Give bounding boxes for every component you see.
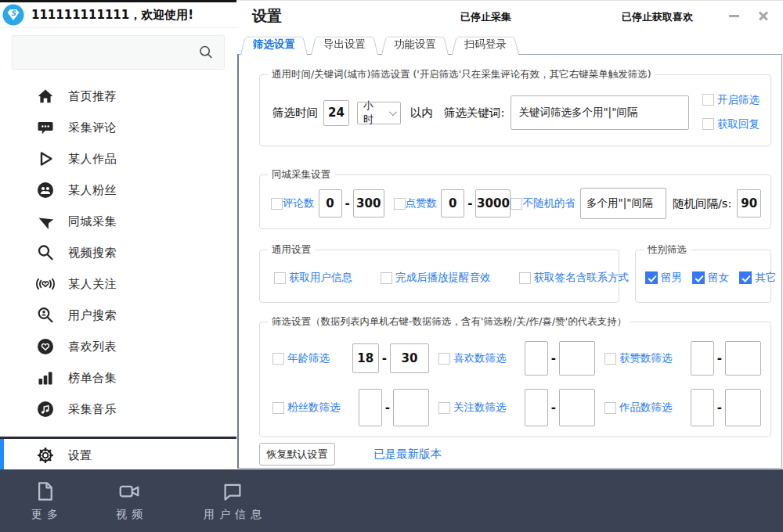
praise-filter-label: 获赞数筛选: [619, 351, 673, 365]
settings-tabbar: 筛选设置 导出设置 功能设置 扫码登录: [240, 34, 522, 55]
sidebar-item-label: 设置: [68, 448, 92, 463]
page-title: 设置: [252, 6, 282, 27]
sidebar-item-label: 某人关注: [68, 277, 117, 292]
comment-min-input[interactable]: [319, 189, 342, 217]
section-legend: 筛选设置（数据列表内单机右键-数据筛选，含有'筛选粉/关/作/喜/赞'的代表支持…: [268, 315, 630, 329]
likes-filter-checkbox[interactable]: [438, 353, 450, 365]
sidebar-item-settings[interactable]: 设置: [0, 439, 236, 472]
range-dash: -: [345, 196, 350, 210]
video-icon: [117, 480, 142, 503]
works-filter-checkbox[interactable]: [604, 402, 616, 414]
range-dash: -: [551, 401, 556, 415]
filter-keyword-input[interactable]: [511, 95, 689, 130]
sidebar-search-box[interactable]: [12, 35, 225, 70]
file-icon: [32, 480, 57, 503]
age-filter-group: 年龄筛选 -: [272, 343, 438, 373]
sidebar-item-collect-comments[interactable]: 采集评论: [0, 112, 236, 143]
bottombar-item-user-info[interactable]: 用户信息: [199, 480, 266, 522]
province-input[interactable]: [580, 188, 666, 219]
restore-defaults-button[interactable]: 恢复默认设置: [259, 443, 335, 466]
video-search-icon: [35, 243, 56, 262]
keep-male-checkbox[interactable]: [645, 271, 658, 284]
comment-count-checkbox[interactable]: [271, 198, 283, 210]
bottombar-item-label: 用户信息: [199, 508, 266, 522]
tab-filter-settings[interactable]: 筛选设置: [240, 34, 308, 55]
range-dash: -: [382, 351, 387, 365]
age-max-input[interactable]: [390, 343, 429, 373]
filter-time-input[interactable]: [323, 100, 349, 126]
follow-filter-label: 关注数筛选: [453, 401, 507, 415]
follow-min-input[interactable]: [525, 389, 548, 426]
section-gender-filter: 性别筛选 留男 留女 其它: [635, 250, 771, 303]
range-dash: -: [385, 401, 390, 415]
works-max-input[interactable]: [725, 389, 761, 426]
heart-icon: [35, 337, 56, 356]
keep-female-checkbox[interactable]: [692, 271, 705, 284]
play-icon: [35, 149, 56, 168]
chat-icon: [220, 480, 245, 503]
like-min-input[interactable]: [441, 189, 464, 217]
sidebar-item-user-fans[interactable]: 某人粉丝: [0, 174, 236, 206]
likes-max-input[interactable]: [559, 341, 595, 376]
praise-max-input[interactable]: [725, 341, 761, 376]
latest-version-link[interactable]: 已是最新版本: [373, 447, 442, 462]
sidebar-item-collect-music[interactable]: 采集音乐: [0, 394, 236, 425]
random-interval-input[interactable]: [737, 189, 761, 217]
follow-filter-checkbox[interactable]: [438, 402, 450, 414]
age-filter-label: 年龄筛选: [287, 351, 330, 365]
signature-contact-label: 获取签名含联系方式: [534, 271, 630, 285]
time-unit-select[interactable]: 小时: [357, 102, 401, 124]
search-input[interactable]: [13, 36, 224, 69]
sidebar-item-label: 某人粉丝: [68, 183, 117, 198]
play-sound-checkbox[interactable]: [381, 272, 392, 284]
sidebar-item-user-works[interactable]: 某人作品: [0, 143, 236, 174]
like-max-input[interactable]: [475, 189, 511, 217]
minimize-button[interactable]: [725, 7, 742, 24]
sidebar-item-label: 采集评论: [68, 120, 117, 135]
sidebar-item-city-collect[interactable]: 同城采集: [0, 206, 236, 237]
comment-max-input[interactable]: [353, 189, 384, 217]
sidebar-item-like-list[interactable]: 喜欢列表: [0, 331, 236, 362]
works-filter-group: 作品数筛选 -: [604, 389, 770, 426]
sidebar-item-label: 视频搜索: [68, 246, 117, 261]
sidebar-item-rank-collection[interactable]: 榜单合集: [0, 362, 236, 394]
fans-filter-label: 粉丝数筛选: [287, 401, 341, 415]
sidebar-item-label: 某人作品: [68, 152, 117, 167]
get-reply-label: 获取回复: [717, 117, 760, 131]
fixed-province-checkbox[interactable]: [511, 198, 522, 210]
tab-function-settings[interactable]: 功能设置: [381, 34, 449, 55]
fans-max-input[interactable]: [393, 389, 429, 426]
age-filter-checkbox[interactable]: [272, 353, 284, 365]
like-count-checkbox[interactable]: [394, 198, 406, 210]
age-min-input[interactable]: [352, 343, 379, 373]
fans-min-input[interactable]: [359, 389, 382, 426]
likes-min-input[interactable]: [525, 341, 548, 376]
search-icon[interactable]: [198, 45, 214, 60]
range-dash: -: [717, 351, 722, 365]
get-user-info-checkbox[interactable]: [274, 272, 286, 284]
praise-filter-group: 获赞数筛选 -: [604, 341, 770, 376]
sidebar-item-home-recommend[interactable]: 首页推荐: [0, 81, 236, 112]
signature-contact-checkbox[interactable]: [519, 272, 531, 284]
praise-min-input[interactable]: [691, 341, 714, 376]
sidebar-item-user-follows[interactable]: 某人关注: [0, 268, 236, 300]
likes-filter-group: 喜欢数筛选 -: [438, 341, 604, 376]
sidebar-item-video-search[interactable]: 视频搜索: [0, 237, 236, 268]
close-button[interactable]: [755, 7, 772, 24]
follow-max-input[interactable]: [559, 389, 595, 426]
bottombar-item-more[interactable]: 更多: [27, 480, 63, 522]
praise-filter-checkbox[interactable]: [604, 353, 616, 365]
keep-other-checkbox[interactable]: [739, 271, 752, 284]
fans-filter-checkbox[interactable]: [272, 402, 284, 414]
tab-qrcode-login[interactable]: 扫码登录: [452, 34, 519, 55]
bottombar-item-video[interactable]: 视频: [111, 480, 147, 522]
get-reply-checkbox[interactable]: [702, 118, 714, 130]
sidebar-item-user-search[interactable]: 用户搜索: [0, 300, 236, 331]
tab-export-settings[interactable]: 导出设置: [311, 34, 378, 55]
navigation-icon: [35, 212, 56, 231]
sidebar-item-label: 用户搜索: [68, 308, 117, 323]
keep-male-label: 留男: [661, 271, 682, 285]
bottom-toolbar: 更多 视频 用户信息: [0, 469, 783, 532]
enable-filter-checkbox[interactable]: [702, 94, 714, 106]
works-min-input[interactable]: [691, 389, 714, 426]
